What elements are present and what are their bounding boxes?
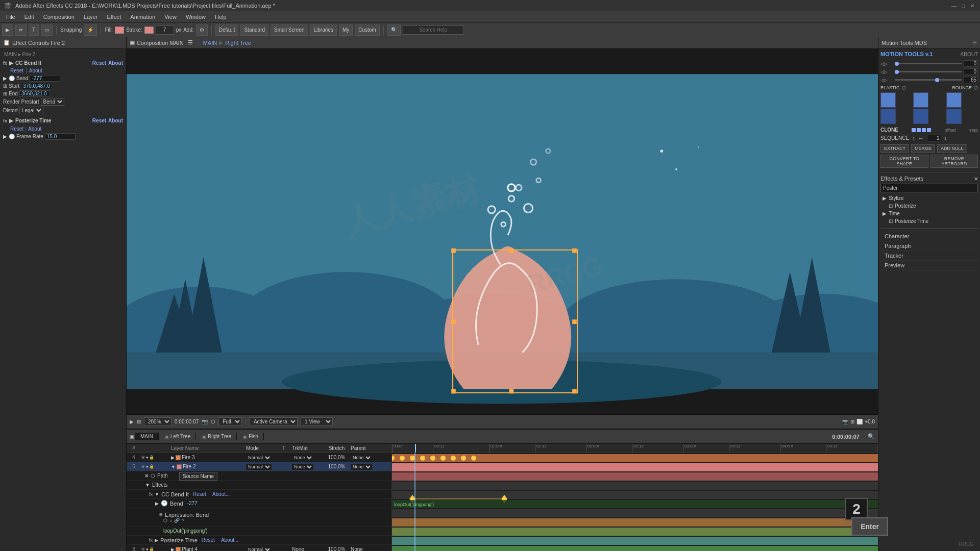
trkmat-select-5[interactable]: None <box>292 464 313 470</box>
menu-composition[interactable]: Composition <box>39 13 79 21</box>
fr-expand[interactable]: ▶ <box>3 134 7 139</box>
parent-select-4[interactable]: None <box>351 455 372 461</box>
pt-expand[interactable]: ▶ <box>155 538 158 543</box>
fx-toggle-pt[interactable]: fx <box>3 118 7 123</box>
expr-icon4[interactable]: ? <box>182 518 184 523</box>
fx-expand-pt[interactable]: ▶ <box>9 118 13 123</box>
slider3-track[interactable] <box>895 79 962 81</box>
start-value[interactable]: 370.0,487.0 <box>21 83 52 89</box>
slider1-track[interactable] <box>895 63 962 64</box>
view-dropdown[interactable]: 1 View 2 Views <box>301 417 333 426</box>
elastic-toggle[interactable]: ⬡ <box>902 85 906 90</box>
fx-expand[interactable]: ▶ <box>9 60 13 66</box>
mt-about[interactable]: ABOUT <box>961 52 978 57</box>
fx-toggle[interactable]: fx <box>3 61 7 66</box>
menu-animation[interactable]: Animation <box>126 13 159 21</box>
fx-reset-btn[interactable]: Reset <box>92 60 106 66</box>
mode-select-8[interactable]: Normal <box>246 546 272 552</box>
tl-tab-right-tree[interactable]: ▣ Right Tree <box>197 433 237 440</box>
layer-name-fire3[interactable]: ▶ Fire 3 <box>169 455 246 460</box>
ccbendit-reset[interactable]: Reset <box>191 491 208 497</box>
mode-select-4[interactable]: Normal <box>246 455 272 461</box>
ep-group-stylize[interactable]: ▶ Stylize <box>880 194 978 202</box>
slider3-thumb[interactable] <box>935 78 939 82</box>
snapshot-icon[interactable]: 📷 <box>842 419 848 424</box>
trkmat-select-4[interactable]: None <box>292 455 313 461</box>
expand-icon-4[interactable]: ▶ <box>171 455 175 460</box>
lock-icon-5[interactable]: 🔒 <box>149 464 154 469</box>
search-button[interactable]: 🔍 <box>387 24 401 36</box>
enter-button[interactable]: Enter <box>851 517 888 536</box>
solo-icon-5[interactable]: ● <box>146 464 149 469</box>
close-button[interactable]: ✕ <box>969 2 976 9</box>
pt-about[interactable]: About... <box>219 537 240 543</box>
quality-dropdown[interactable]: Full Half <box>218 417 242 426</box>
selection-tool[interactable]: ▶ <box>2 24 13 36</box>
stroke-color[interactable] <box>144 27 154 34</box>
seq-value[interactable]: 1 <box>927 135 941 141</box>
layer-name-plant4[interactable]: ▶ Plant 4 <box>169 546 246 551</box>
ep-posterize[interactable]: ⊡ Posterize <box>880 202 978 210</box>
shape-tool[interactable]: ▭ <box>41 24 53 36</box>
expr-icon2[interactable]: = <box>169 518 172 523</box>
vc-icon2[interactable]: ⊞ <box>137 419 141 424</box>
fx-pt-about-link[interactable]: About <box>28 126 41 132</box>
preset-5[interactable] <box>913 109 928 124</box>
tracker-item[interactable]: Tracker <box>880 251 978 261</box>
preview-item[interactable]: Preview <box>880 261 978 270</box>
merge-button[interactable]: MERGE <box>911 144 935 153</box>
tl-tab-main[interactable]: MAIN <box>135 433 159 440</box>
preset-3[interactable] <box>946 92 962 108</box>
expr-icon3[interactable]: 🔗 <box>174 518 180 523</box>
text-tool[interactable]: T <box>29 24 39 36</box>
default-workspace[interactable]: Default <box>215 24 239 36</box>
bend-value[interactable]: -277 <box>30 75 60 82</box>
composition-viewport[interactable]: 人人素材 RRCG <box>127 49 878 414</box>
fx-reset-pt-btn[interactable]: Reset <box>92 118 106 123</box>
breadcrumb-right-tree[interactable]: Right Tree <box>225 40 251 46</box>
snapping-toggle[interactable]: ⚡ <box>84 24 97 36</box>
expr-icon1[interactable]: ⬡ <box>163 518 167 523</box>
add-null-button[interactable]: ADD NULL <box>937 144 967 153</box>
eye-icon-4[interactable]: 👁 <box>141 455 145 460</box>
add-button[interactable]: ⚙ <box>196 24 208 36</box>
comp-menu[interactable]: ☰ <box>188 39 193 46</box>
slider2-thumb[interactable] <box>895 70 899 74</box>
menu-file[interactable]: File <box>2 13 19 21</box>
menu-view[interactable]: View <box>160 13 181 21</box>
bend-expand[interactable]: ▶ <box>155 501 159 506</box>
maximize-button[interactable]: □ <box>960 2 967 9</box>
alpha-icon[interactable]: ⬜ <box>856 419 863 424</box>
ep-close[interactable]: ✕ <box>974 176 978 182</box>
preset-2[interactable] <box>913 92 928 108</box>
camera-dropdown[interactable]: Active Camera <box>250 417 298 426</box>
paragraph-item[interactable]: Paragraph <box>880 241 978 251</box>
effects-expand[interactable]: ▼ <box>145 482 150 488</box>
ep-expand-time[interactable]: ▶ <box>883 211 887 216</box>
ep-posterize-time[interactable]: ⊡ Posterize Time <box>880 217 978 225</box>
expand-icon-8[interactable]: ▶ <box>171 547 175 552</box>
lock-icon-8[interactable]: 🔒 <box>149 547 154 551</box>
clone-dot-4[interactable] <box>927 128 931 132</box>
ccbendit-about[interactable]: About... <box>210 491 232 497</box>
eye-icon-5[interactable]: 👁 <box>141 464 145 469</box>
standard-workspace[interactable]: Standard <box>240 24 268 36</box>
distort-dropdown[interactable]: Legal <box>19 107 43 114</box>
bounce-toggle[interactable]: ⬡ <box>974 85 978 90</box>
fx-posterize-header[interactable]: fx ▶ Posterize Time Reset About <box>1 117 125 124</box>
slider1-value[interactable]: 0 <box>964 60 978 67</box>
vc-3d[interactable]: ⬡ <box>211 419 215 424</box>
tl-tab-fish[interactable]: ▣ Fish <box>238 433 264 440</box>
clone-dot-3[interactable] <box>922 128 926 132</box>
remove-artboard-button[interactable]: REMOVE ARTBOARD <box>930 155 978 168</box>
menu-effect[interactable]: Effect <box>103 13 125 21</box>
playhead[interactable] <box>415 444 416 453</box>
fill-color[interactable] <box>115 27 124 34</box>
clone-dot-2[interactable] <box>917 128 921 132</box>
extract-button[interactable]: EXTRACT <box>880 144 909 153</box>
ccbendit-expand[interactable]: ▼ <box>155 492 159 497</box>
solo-icon-8[interactable]: ● <box>146 547 149 551</box>
slider2-value[interactable]: 0 <box>964 68 978 75</box>
mode-select-5[interactable]: Normal <box>246 464 272 470</box>
convert-shape-button[interactable]: CONVERT TO SHAPE <box>880 155 928 168</box>
